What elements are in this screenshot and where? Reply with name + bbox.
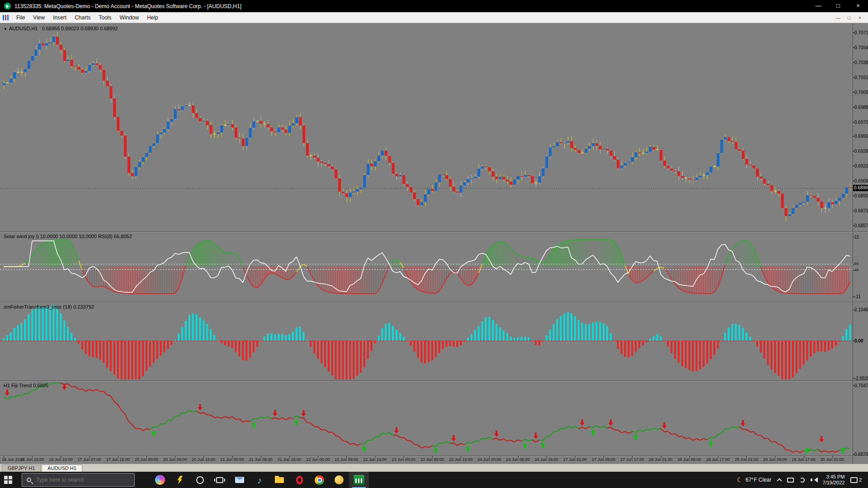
lightning-app-button[interactable] <box>170 472 190 488</box>
taskbar-search[interactable] <box>22 473 135 487</box>
notification-count: 2 <box>859 478 862 483</box>
chart-symbol-label: AUDUSD,H1 <box>9 26 38 31</box>
child-restore-button[interactable]: □ <box>844 15 854 20</box>
price-chart-canvas[interactable] <box>0 23 868 464</box>
time-axis-label: 20 Jun 00:00 <box>132 457 161 462</box>
current-price-badge: 0.68992 <box>853 185 868 191</box>
child-close-button[interactable]: × <box>854 15 865 20</box>
file-explorer-button[interactable] <box>269 472 289 488</box>
cortana-icon <box>196 476 204 484</box>
display-icon[interactable] <box>787 478 794 483</box>
time-axis-label: 24 Jun 00:00 <box>474 457 504 462</box>
mail-icon <box>235 477 244 483</box>
taskbar: ♪ ☾ 67°F Clear 3:45 PM 7/19/2022 2 <box>0 472 868 488</box>
time-axis-label: 27 Jun 09:00 <box>589 457 618 462</box>
cortana-button[interactable] <box>190 472 210 488</box>
time-axis-label: 16 Jun 15:00 <box>17 457 47 462</box>
music-button[interactable]: ♪ <box>250 472 269 488</box>
menu-item-insert[interactable]: Insert <box>49 13 71 23</box>
time-axis-label: 23 Jun 16:00 <box>446 457 476 462</box>
volume-icon[interactable] <box>811 477 817 483</box>
colorful-ball-app-button[interactable] <box>150 472 170 488</box>
search-icon <box>27 478 31 482</box>
price-axis-label: 0.69395 <box>854 149 868 154</box>
collapse-arrow-icon[interactable]: ▼ <box>4 27 7 31</box>
chrome-icon <box>315 475 324 485</box>
menu-bar: FileViewInsertChartsToolsWindowHelp — □ … <box>0 12 868 23</box>
price-axis-label: 0.70215 <box>854 75 868 80</box>
child-minimize-button[interactable]: — <box>833 15 844 20</box>
weather-widget[interactable]: ☾ 67°F Clear <box>737 476 772 484</box>
solar-axis-label: 55 <box>854 262 868 266</box>
price-axis-label: 0.70050 <box>854 90 868 95</box>
clock-time: 3:45 PM <box>823 474 845 480</box>
time-axis-label: 28 Jun 01:00 <box>646 457 676 462</box>
task-view-button[interactable] <box>210 472 230 488</box>
time-axis-label: 21 Jun 08:00 <box>246 457 276 462</box>
gold-app-button[interactable] <box>329 472 349 488</box>
mail-button[interactable] <box>230 472 250 488</box>
time-axis-label: 27 Jun 01:00 <box>560 457 590 462</box>
price-axis-label: 0.70710 <box>854 30 868 35</box>
chart-area: ▼AUDUSD,H10.68955 0.69023 0.68930 0.6899… <box>0 23 868 464</box>
chart-tab-gbpjpy-h1[interactable]: GBPJPY H1 <box>2 465 41 472</box>
task-view-icon <box>216 477 223 483</box>
taskbar-clock[interactable]: 3:45 PM 7/19/2022 <box>823 474 845 486</box>
price-axis-label: 0.68900 <box>854 193 868 198</box>
price-axis-label: 0.70545 <box>854 45 868 50</box>
search-input[interactable] <box>35 476 121 483</box>
child-window-controls: — □ × <box>833 15 868 20</box>
window-title: 113528335: MetaQuotes-Demo - Demo Accoun… <box>14 3 241 9</box>
metatrader-button[interactable] <box>349 472 369 488</box>
maximize-button[interactable]: □ <box>828 0 848 12</box>
notification-icon <box>850 477 858 483</box>
colorful-ball-icon <box>155 475 165 485</box>
metaquotes-logo-icon <box>4 3 11 9</box>
file-explorer-icon <box>275 477 284 483</box>
menu-item-help[interactable]: Help <box>143 13 162 23</box>
close-button[interactable]: × <box>848 0 868 12</box>
menu: FileViewInsertChartsToolsWindowHelp <box>12 13 162 23</box>
time-axis-label: 30 Jun 01:00 <box>817 457 847 462</box>
price-axis-label: 0.69885 <box>854 105 868 110</box>
chart-window-icon <box>3 15 9 20</box>
opera-button[interactable] <box>289 472 309 488</box>
fisher-axis-label: 2.104691 <box>854 307 868 312</box>
menu-item-tools[interactable]: Tools <box>95 13 116 23</box>
moon-icon: ☾ <box>737 476 743 484</box>
minimize-button[interactable]: — <box>808 0 828 12</box>
music-note-icon: ♪ <box>257 475 262 485</box>
solar-axis-label: 45 <box>854 268 868 272</box>
solar-indicator-label: Solar wind joy i) 10.0000 10.0000 10.000… <box>4 234 132 239</box>
time-axis-label: 22 Jun 16:00 <box>360 457 390 462</box>
menu-item-file[interactable]: File <box>12 13 29 23</box>
chart-ohlc-values: 0.68955 0.69023 0.68930 0.68992 <box>42 26 118 31</box>
solar-axis-label: 11 <box>854 235 868 239</box>
chrome-button[interactable] <box>309 472 329 488</box>
time-axis-label: 29 Jun 01:00 <box>731 457 761 462</box>
price-axis-label: 0.69230 <box>854 164 868 169</box>
action-center-button[interactable]: 2 <box>850 477 863 483</box>
menu-item-view[interactable]: View <box>29 13 49 23</box>
sync-icon[interactable] <box>800 478 805 483</box>
windows-logo-icon <box>4 476 8 479</box>
start-button[interactable] <box>0 472 21 488</box>
menu-item-charts[interactable]: Charts <box>71 13 94 23</box>
fisher-indicator-label: smFisherTransform3_impr (18) 0.233792 <box>4 304 94 310</box>
chart-tab-audusd-h1[interactable]: AUDUSD H1 <box>42 465 82 472</box>
time-axis-label: 21 Jun 00:00 <box>217 457 247 462</box>
time-axis-label: 22 Jun 08:00 <box>331 457 361 462</box>
price-axis-label: 0.69560 <box>854 134 868 139</box>
fiji-axis-label: 0.6875 <box>854 452 868 457</box>
time-axis-label: 29 Jun 17:00 <box>789 457 819 462</box>
time-axis-label: 28 Jun 09:00 <box>675 457 704 462</box>
time-axis-label: 29 Jun 09:00 <box>760 457 790 462</box>
fisher-axis-label: 0.00 <box>854 338 868 343</box>
clock-date: 7/19/2022 <box>823 480 845 486</box>
chart-tab-bar: GBPJPY H1AUDUSD H1 <box>0 464 868 472</box>
time-axis-label: 21 Jun 16:00 <box>274 457 304 462</box>
price-axis-label: 0.69720 <box>854 120 868 125</box>
menu-item-window[interactable]: Window <box>116 13 143 23</box>
tray-expand-icon[interactable] <box>777 478 782 483</box>
time-axis-label: 22 Jun 00:00 <box>303 457 333 462</box>
